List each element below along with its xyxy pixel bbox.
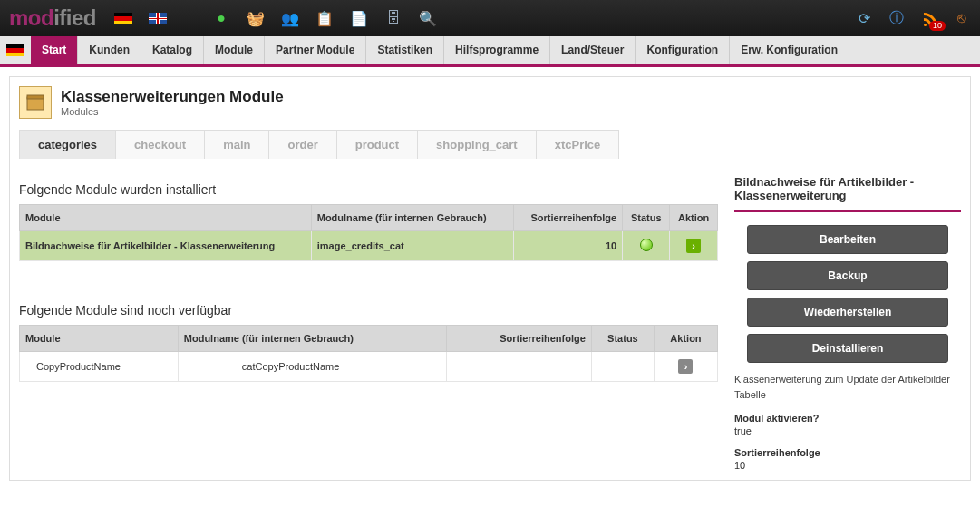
main-nav: Start Kunden Katalog Module Partner Modu…: [0, 36, 980, 67]
available-table: Module Modulname (für internen Gebrauch)…: [19, 325, 718, 382]
top-right-icons: ⟳ ⓘ 10 ⎋: [855, 9, 971, 27]
status-ok-icon: [640, 239, 653, 251]
flag-de-icon[interactable]: [114, 13, 132, 24]
nav-katalog[interactable]: Katalog: [141, 36, 204, 64]
side-panel: Bildnachweise für Artikelbilder - Klasse…: [734, 175, 961, 471]
row-action-button[interactable]: ›: [686, 239, 701, 253]
module-box-icon: [19, 86, 52, 119]
info-icon[interactable]: ⓘ: [888, 9, 906, 27]
installed-table: Module Modulname (für internen Gebrauch)…: [19, 204, 718, 261]
page-area: Klassenerweiterungen Module Modules cate…: [0, 67, 980, 490]
side-sort-label: Sortierreihenfolge: [734, 447, 961, 458]
nav-statistiken[interactable]: Statistiken: [366, 36, 444, 64]
main-column: Folgende Module wurden installiert Modul…: [19, 175, 718, 471]
cell-module: Bildnachweise für Artikelbilder - Klasse…: [20, 231, 312, 261]
col-status: Status: [623, 205, 670, 231]
side-activate-value: true: [734, 425, 961, 436]
edit-button[interactable]: Bearbeiten: [747, 225, 948, 254]
topbar: modified ● 🧺 👥 📋 📄 🗄 🔍 ⟳ ⓘ 10 ⎋: [0, 0, 980, 36]
top-icons: ● 🧺 👥 📋 📄 🗄 🔍: [114, 9, 437, 27]
col-sort: Sortierreihenfolge: [513, 205, 622, 231]
cell-status: [591, 352, 654, 382]
section-installed-title: Folgende Module wurden installiert: [19, 182, 718, 197]
logo: modified: [9, 5, 96, 31]
tab-shopping-cart[interactable]: shopping_cart: [417, 130, 537, 159]
col-name: Modulname (für internen Gebrauch): [178, 326, 446, 352]
restore-button[interactable]: Wiederherstellen: [747, 298, 948, 327]
subtabs: categories checkout main order product s…: [19, 130, 961, 159]
refresh-icon[interactable]: ⟳: [855, 9, 873, 27]
backup-button[interactable]: Backup: [747, 261, 948, 290]
copy-icon[interactable]: 📄: [350, 9, 368, 27]
tab-order[interactable]: order: [268, 130, 336, 159]
uninstall-button[interactable]: Deinstallieren: [747, 334, 948, 363]
col-action: Aktion: [654, 326, 717, 352]
cell-name: image_credits_cat: [311, 231, 513, 261]
database-icon[interactable]: 🗄: [384, 9, 403, 27]
col-sort: Sortierreihenfolge: [447, 326, 592, 352]
col-action: Aktion: [670, 205, 718, 231]
side-description: Klassenerweiterung zum Update der Artike…: [734, 372, 961, 402]
cell-action: ›: [654, 352, 717, 382]
page-title: Klassenerweiterungen Module: [61, 88, 284, 106]
flag-uk-icon[interactable]: [149, 13, 167, 24]
cell-sort: 10: [513, 231, 622, 261]
users-icon[interactable]: 👥: [281, 9, 299, 27]
search-icon[interactable]: 🔍: [419, 9, 437, 27]
rss-badge: 10: [929, 21, 946, 31]
page-box: Klassenerweiterungen Module Modules cate…: [9, 76, 971, 481]
cell-sort: [447, 352, 592, 382]
cell-name: catCopyProductName: [178, 352, 446, 382]
nav-land-steuer[interactable]: Land/Steuer: [550, 36, 636, 64]
nav-module[interactable]: Module: [204, 36, 265, 64]
nav-erw-konfiguration[interactable]: Erw. Konfiguration: [730, 36, 849, 64]
table-row[interactable]: Bildnachweise für Artikelbilder - Klasse…: [20, 231, 718, 261]
side-title: Bildnachweise für Artikelbilder - Klasse…: [734, 175, 961, 212]
nav-start[interactable]: Start: [31, 36, 78, 64]
cell-action: ›: [670, 231, 718, 261]
exit-icon[interactable]: ⎋: [953, 9, 971, 27]
clipboard-icon[interactable]: 📋: [315, 9, 334, 27]
rss-icon[interactable]: 10: [920, 9, 938, 27]
row-action-button[interactable]: ›: [678, 359, 693, 374]
tab-main[interactable]: main: [204, 130, 269, 159]
page-subtitle: Modules: [61, 106, 284, 117]
section-available-title: Folgende Module sind noch verfügbar: [19, 303, 718, 318]
nav-partner-module[interactable]: Partner Module: [265, 36, 366, 64]
col-name: Modulname (für internen Gebrauch): [311, 205, 513, 231]
col-module: Module: [20, 326, 179, 352]
nav-konfiguration[interactable]: Konfiguration: [636, 36, 730, 64]
globe-icon[interactable]: ●: [212, 9, 230, 27]
cart-icon[interactable]: 🧺: [247, 9, 265, 27]
tab-product[interactable]: product: [336, 130, 418, 159]
table-row[interactable]: CopyProductName catCopyProductName ›: [20, 352, 718, 382]
tab-checkout[interactable]: checkout: [115, 130, 205, 159]
col-status: Status: [591, 326, 654, 352]
col-module: Module: [20, 205, 312, 231]
content-wrap: Folgende Module wurden installiert Modul…: [19, 175, 961, 471]
side-activate-label: Modul aktivieren?: [734, 413, 961, 424]
nav-hilfsprogramme[interactable]: Hilfsprogramme: [444, 36, 550, 64]
cell-module: CopyProductName: [20, 352, 179, 382]
cell-status: [623, 231, 670, 261]
side-sort-value: 10: [734, 460, 961, 471]
nav-flag-de-icon[interactable]: [5, 44, 25, 57]
page-header: Klassenerweiterungen Module Modules: [19, 86, 961, 119]
tab-xtcprice[interactable]: xtcPrice: [536, 130, 620, 159]
svg-rect-1: [27, 95, 44, 99]
nav-kunden[interactable]: Kunden: [78, 36, 141, 64]
tab-categories[interactable]: categories: [19, 130, 116, 159]
